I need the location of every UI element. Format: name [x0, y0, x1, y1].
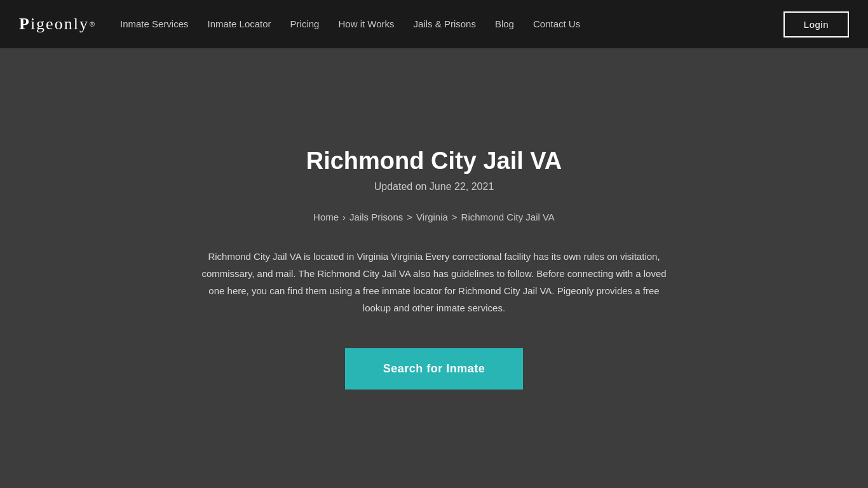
breadcrumb-virginia[interactable]: Virginia [416, 212, 448, 222]
nav-link-blog[interactable]: Blog [495, 18, 514, 29]
nav-item-how-it-works[interactable]: How it Works [338, 18, 394, 30]
logo-trademark: ® [90, 20, 95, 28]
search-for-inmate-button[interactable]: Search for Inmate [345, 348, 524, 390]
nav-links: Inmate Services Inmate Locator Pricing H… [120, 18, 580, 30]
navbar: Pigeonly ® Inmate Services Inmate Locato… [0, 0, 868, 48]
nav-item-pricing[interactable]: Pricing [290, 18, 320, 30]
navbar-left: Pigeonly ® Inmate Services Inmate Locato… [19, 15, 580, 34]
nav-link-contact[interactable]: Contact Us [533, 18, 580, 29]
breadcrumb-sep-1: › [342, 212, 346, 222]
breadcrumb-jails-prisons[interactable]: Jails Prisons [349, 212, 403, 222]
nav-item-inmate-services[interactable]: Inmate Services [120, 18, 189, 30]
nav-item-jails-prisons[interactable]: Jails & Prisons [414, 18, 476, 30]
page-title: Richmond City Jail VA [306, 147, 562, 175]
nav-link-jails-prisons[interactable]: Jails & Prisons [414, 18, 476, 29]
nav-item-inmate-locator[interactable]: Inmate Locator [208, 18, 271, 30]
updated-date: Updated on June 22, 2021 [374, 181, 494, 193]
breadcrumb-sep-2: > [407, 212, 412, 222]
main-content: Richmond City Jail VA Updated on June 22… [0, 48, 868, 488]
nav-item-blog[interactable]: Blog [495, 18, 514, 30]
nav-link-inmate-services[interactable]: Inmate Services [120, 18, 189, 29]
login-button[interactable]: Login [783, 11, 849, 37]
logo-text: Pigeonly [19, 15, 89, 34]
nav-link-inmate-locator[interactable]: Inmate Locator [208, 18, 271, 29]
logo[interactable]: Pigeonly ® [19, 15, 95, 34]
nav-item-contact[interactable]: Contact Us [533, 18, 580, 30]
breadcrumb-home[interactable]: Home [313, 212, 339, 222]
nav-link-how-it-works[interactable]: How it Works [338, 18, 394, 29]
description-text: Richmond City Jail VA is located in Virg… [199, 248, 669, 316]
breadcrumb: Home › Jails Prisons > Virginia > Richmo… [313, 212, 555, 222]
nav-link-pricing[interactable]: Pricing [290, 18, 320, 29]
breadcrumb-sep-3: > [452, 212, 458, 222]
breadcrumb-current: Richmond City Jail VA [461, 212, 555, 222]
